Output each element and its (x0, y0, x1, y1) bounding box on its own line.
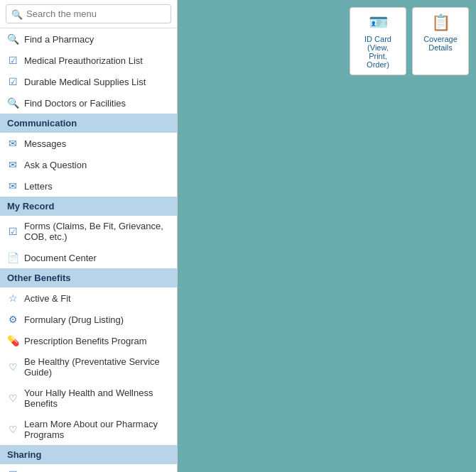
search-bar: 🔍 (0, 0, 177, 28)
sharing-hub-icon: ☑ (7, 469, 18, 472)
section-header-other-benefits: Other Benefits (0, 268, 177, 287)
section-header-sharing: Sharing (0, 445, 177, 464)
id-card-icon: 🪪 (369, 13, 388, 32)
menu-item-forms[interactable]: ☑ Forms (Claims, Be Fit, Grievance, COB,… (0, 216, 177, 247)
menu-item-sharing-hub[interactable]: ☑ Sharing Hub (0, 464, 177, 472)
ask-icon: ✉ (7, 159, 18, 170)
menu-item-label: Sharing Hub (24, 470, 75, 473)
active-fit-icon: ☆ (7, 292, 18, 304)
top-buttons: 🪪 ID Card (View, Print, Order) 📋 Coverag… (350, 7, 469, 75)
menu-item-formulary[interactable]: ⚙ Formulary (Drug Listing) (0, 309, 177, 330)
menu-item-messages[interactable]: ✉ Messages (0, 133, 177, 154)
menu-item-label: Document Center (24, 253, 97, 263)
menu-item-label: Find Doctors or Facilities (24, 98, 126, 109)
search-input[interactable] (6, 4, 171, 23)
menu-item-label: Durable Medical Supplies List (24, 77, 146, 87)
menu-item-hally-health[interactable]: ♡ Your Hally Health and Wellness Benefit… (0, 383, 177, 414)
menu-item-document-center[interactable]: 📄 Document Center (0, 247, 177, 268)
id-card-button[interactable]: 🪪 ID Card (View, Print, Order) (350, 7, 406, 75)
menu-item-pharmacy-programs[interactable]: ♡ Learn More About our Pharmacy Programs (0, 414, 177, 445)
search-wrap: 🔍 (6, 4, 171, 23)
formulary-icon: ⚙ (7, 314, 18, 325)
menu-item-label: Prescription Benefits Program (24, 336, 147, 346)
coverage-icon: 📋 (431, 13, 450, 32)
forms-icon: ☑ (7, 226, 18, 237)
menu-item-label: Be Healthy (Preventative Service Guide) (24, 356, 170, 378)
pharmacy-prog-icon: ♡ (7, 424, 18, 435)
menu-item-be-healthy[interactable]: ♡ Be Healthy (Preventative Service Guide… (0, 351, 177, 383)
menu-item-label: Letters (24, 181, 53, 192)
durable-icon: ☑ (7, 76, 18, 87)
menu-item-letters[interactable]: ✉ Letters (0, 175, 177, 197)
letters-icon: ✉ (7, 180, 18, 192)
messages-icon: ✉ (7, 138, 18, 149)
menu-item-label: Forms (Claims, Be Fit, Grievance, COB, e… (24, 221, 170, 242)
menu-item-prescription-benefits[interactable]: 💊 Prescription Benefits Program (0, 330, 177, 351)
doctors-icon: 🔍 (7, 97, 18, 109)
menu-item-label: Learn More About our Pharmacy Programs (24, 419, 170, 440)
pharmacy-icon: 🔍 (7, 33, 18, 45)
menu-item-durable-medical[interactable]: ☑ Durable Medical Supplies List (0, 71, 177, 92)
menu-item-active-fit[interactable]: ☆ Active & Fit (0, 287, 177, 309)
main-content: 🪪 ID Card (View, Print, Order) 📋 Coverag… (178, 0, 476, 472)
menu-item-label: Your Hally Health and Wellness Benefits (24, 388, 170, 409)
document-icon: 📄 (7, 252, 18, 263)
sidebar: 🔍 🔍 Find a Pharmacy ☑ Medical Preauthori… (0, 0, 178, 472)
coverage-label: Coverage Details (421, 35, 460, 52)
menu-item-ask-question[interactable]: ✉ Ask a Question (0, 154, 177, 175)
coverage-details-button[interactable]: 📋 Coverage Details (412, 7, 469, 75)
menu-item-label: Active & Fit (24, 293, 71, 304)
menu-item-find-doctors[interactable]: 🔍 Find Doctors or Facilities (0, 92, 177, 114)
id-card-label: ID Card (View, Print, Order) (359, 35, 397, 69)
hally-icon: ♡ (7, 393, 18, 404)
menu-item-label: Formulary (Drug Listing) (24, 314, 124, 325)
menu-item-label: Ask a Question (24, 160, 87, 170)
menu-list: 🔍 Find a Pharmacy ☑ Medical Preauthoriza… (0, 28, 177, 472)
be-healthy-icon: ♡ (7, 361, 18, 373)
menu-item-label: Medical Preauthorization List (24, 55, 143, 66)
menu-item-label: Find a Pharmacy (24, 34, 94, 45)
menu-item-find-pharmacy[interactable]: 🔍 Find a Pharmacy (0, 28, 177, 50)
section-header-communication: Communication (0, 114, 177, 133)
preauth-icon: ☑ (7, 55, 18, 66)
menu-item-medical-preauth[interactable]: ☑ Medical Preauthorization List (0, 50, 177, 71)
prescription-icon: 💊 (7, 335, 18, 346)
menu-item-label: Messages (24, 138, 66, 149)
section-header-my-record: My Record (0, 197, 177, 216)
